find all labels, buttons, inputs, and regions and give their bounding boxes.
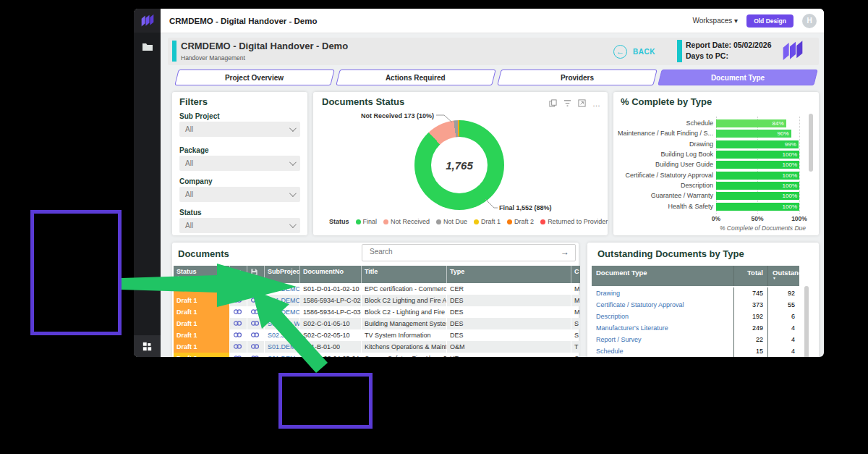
table-row[interactable]: Description 192 6 [592,311,799,323]
subproject-cell[interactable]: S01.DEMO ... [265,283,300,295]
bar[interactable]: 100% [716,203,799,211]
search-arrow-icon[interactable]: → [561,247,569,257]
subproject-cell[interactable]: S02.Site Wi... [265,318,300,329]
bar[interactable]: 84% [716,119,786,127]
sub-project-select[interactable]: All [179,122,300,137]
company-select[interactable]: All [179,187,300,202]
document-link-cell[interactable] [230,341,247,353]
legend-dot [474,219,479,224]
document-type-cell[interactable]: Schedule [592,345,734,357]
subproject-cell[interactable]: S01.DEMO ... [265,306,300,318]
chart-scrollbar[interactable] [809,114,813,172]
bar[interactable]: 100% [716,192,799,200]
table-row[interactable]: Draft 1 S02.Site Wi... S02-C-01-05-10 Bu… [174,318,580,329]
tab-project-overview[interactable]: Project Overview [174,70,334,85]
app-logo[interactable] [134,9,161,33]
title-cell: EPC certification - Commercial... [362,283,447,295]
bar[interactable]: 100% [716,161,799,169]
document-link-cell[interactable] [247,353,265,357]
column-header-document-type[interactable]: Document Type [592,266,734,286]
column-header-subproject[interactable]: SubProject [265,266,300,283]
column-header-status[interactable]: Status▲ [174,266,230,283]
subproject-cell[interactable]: S01.DEMO ... [265,295,300,306]
subproject-cell[interactable]: S01.DEMO ... [265,341,300,353]
back-arrow-icon: ← [613,45,627,59]
column-header-title[interactable]: Title [362,266,447,283]
document-link-cell[interactable] [230,306,247,318]
table-row[interactable]: Draft 1 S01.DEMO ... S01-D-01-01-02-10 E… [174,283,580,295]
legend-dot [436,219,441,224]
table-row[interactable]: Draft 1 S02.Site Wi... S02-C-02-05-10 TV… [174,329,580,341]
title-cell: TV System Information [362,329,447,341]
table-row[interactable]: Draft 1 S01.DEMO ... 1586-5934-LP-C-03-.… [174,306,580,318]
old-design-button[interactable]: Old Design [746,14,793,28]
link-icon [250,355,260,357]
document-link-cell[interactable] [247,295,265,306]
document-link-cell[interactable] [247,283,265,295]
sidebar-item-projects[interactable] [134,38,161,55]
document-type-cell[interactable]: Manufacturer's Literature [592,322,734,334]
table-row[interactable]: Draft 1 S01.DEMO ... 1586-5934-LP-C-02-.… [174,295,580,306]
document-link-cell[interactable] [247,306,265,318]
link-icon [250,343,260,350]
document-link-cell[interactable] [230,329,247,341]
subproject-cell[interactable]: S01.DEM... [265,353,300,357]
table-row[interactable]: Manufacturer's Literature 249 4 [592,322,799,335]
link-icon [233,320,242,327]
table-scrollbar[interactable] [804,286,809,357]
table-row[interactable]: Certificate / Statutory Approval 373 55 [592,299,799,311]
bar[interactable]: 99% [716,140,799,148]
save-icon [250,268,258,276]
document-link-cell[interactable] [230,283,247,295]
column-header-folder[interactable] [230,266,247,283]
bar-category: Health & Safety [613,203,713,211]
company-cell: S [571,318,580,329]
document-type-cell[interactable]: Drawing [592,287,734,299]
document-link-cell[interactable] [247,341,265,353]
user-avatar[interactable]: H [802,14,817,28]
document-type-cell[interactable]: Certificate / Statutory Approval [592,299,734,311]
document-type-cell[interactable]: Report / Survey [592,334,734,345]
annotation-rectangle-bottom [278,373,373,429]
logo-icon [140,14,155,28]
tab-actions-required[interactable]: Actions Required [336,70,495,85]
workspaces-dropdown[interactable]: Workspaces ▾ [692,17,738,25]
document-type-cell[interactable]: Description [592,311,734,322]
document-link-cell[interactable] [230,295,247,306]
column-header-type[interactable]: Type [447,266,571,283]
type-cell: DES [447,306,571,318]
chevron-down-icon [289,159,297,166]
tab-providers[interactable]: Providers [497,70,657,85]
search-input[interactable] [368,247,552,256]
column-header-company[interactable]: C [571,266,580,283]
column-header-documentno[interactable]: DocumentNo [300,266,362,283]
document-link-cell[interactable] [247,318,265,329]
status-select[interactable]: All [179,218,300,233]
legend-dot [540,219,545,224]
back-button[interactable]: ← BACK [613,45,655,59]
table-row[interactable]: Schedule 15 4 [592,345,799,357]
bar[interactable]: 100% [716,182,799,190]
document-link-cell[interactable] [247,329,265,341]
bar[interactable]: 90% [716,130,791,138]
subproject-cell[interactable]: S02.Site Wi... [265,329,300,341]
report-date: Report Date: 05/02/2026 [686,41,771,49]
column-header-save[interactable] [247,266,265,283]
column-header-outstanding[interactable]: Outstanding▼ [768,266,799,286]
document-link-cell[interactable] [230,318,247,329]
document-link-cell[interactable] [230,353,247,357]
company-cell: S [571,329,580,341]
table-row[interactable]: Report / Survey 22 4 [592,334,799,346]
table-row[interactable]: Draft 1 S01.DEMO ... S01-B-01-00 Kitchen… [174,341,580,353]
sidebar-item-dashboard[interactable] [134,335,161,357]
bar[interactable]: 100% [716,172,799,180]
table-row[interactable]: Draft 2 S01.DEM... S01-C-03-04-05-04-01 … [174,353,580,357]
documentno-cell: S02-C-01-05-10 [300,318,362,329]
legend-item: Returned to Provider [540,218,608,225]
package-select[interactable]: All [179,156,300,171]
column-header-total[interactable]: Total [734,266,768,286]
table-row[interactable]: Drawing 745 92 [592,287,799,300]
bar[interactable]: 100% [716,151,799,159]
tab-document-type[interactable]: Document Type [658,70,818,85]
app-title: CRMDEMO - Digital Handover - Demo [169,9,317,33]
